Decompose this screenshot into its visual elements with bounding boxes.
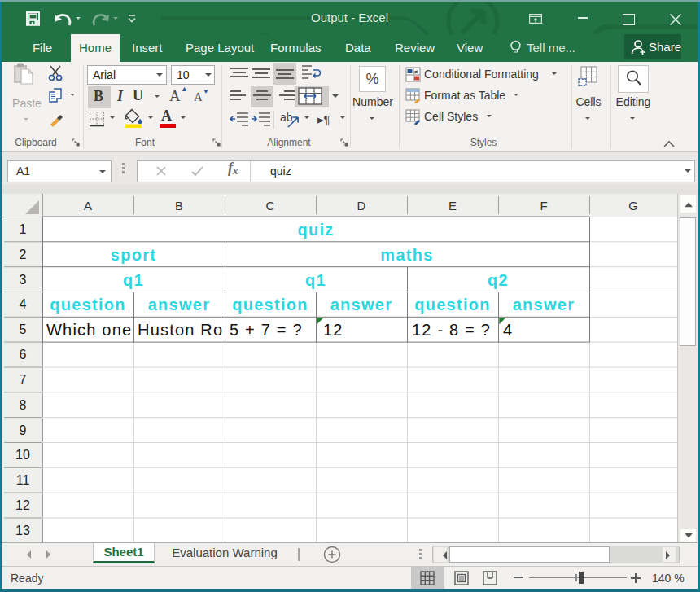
svg-text:C: C — [266, 199, 275, 213]
svg-text:Huston Ro: Huston Ro — [138, 321, 223, 339]
svg-text:12: 12 — [323, 321, 343, 339]
svg-text:sport: sport — [111, 246, 157, 264]
svg-text:2: 2 — [20, 248, 27, 261]
svg-text:F: F — [540, 199, 547, 213]
svg-text:4: 4 — [503, 321, 513, 339]
svg-text:A: A — [84, 199, 92, 213]
svg-text:question: question — [232, 296, 308, 314]
svg-text:B: B — [175, 199, 183, 213]
svg-text:quiz: quiz — [297, 221, 334, 239]
svg-text:1: 1 — [20, 222, 27, 236]
svg-text:ab: ab — [280, 111, 293, 124]
svg-text:10: 10 — [15, 448, 30, 462]
svg-text:11: 11 — [16, 473, 30, 487]
svg-text:q1: q1 — [123, 271, 144, 289]
svg-text:answer: answer — [148, 296, 211, 314]
svg-text:E: E — [448, 199, 457, 213]
svg-text:5: 5 — [20, 322, 27, 336]
svg-text:≠: ≠ — [414, 68, 418, 76]
svg-text:4: 4 — [20, 297, 27, 311]
svg-text:3: 3 — [20, 273, 27, 287]
svg-text:9: 9 — [20, 423, 27, 437]
svg-text:12: 12 — [15, 498, 30, 512]
svg-text:q1: q1 — [305, 271, 326, 289]
svg-text:5 + 7 = ?: 5 + 7 = ? — [230, 321, 303, 339]
svg-text:6: 6 — [20, 348, 27, 362]
svg-text:D: D — [357, 199, 366, 213]
svg-text:question: question — [414, 296, 491, 314]
svg-text:G: G — [628, 199, 638, 213]
svg-text:question: question — [50, 296, 126, 314]
svg-text:12 - 8 = ?: 12 - 8 = ? — [412, 321, 491, 339]
svg-text:Which one: Which one — [46, 321, 132, 339]
svg-text:q2: q2 — [488, 271, 509, 289]
svg-text:answer: answer — [330, 296, 393, 314]
svg-text:answer: answer — [513, 296, 575, 314]
svg-text:13: 13 — [15, 524, 30, 537]
svg-text:maths: maths — [380, 246, 433, 264]
svg-text:8: 8 — [20, 398, 27, 412]
svg-text:7: 7 — [20, 373, 27, 387]
